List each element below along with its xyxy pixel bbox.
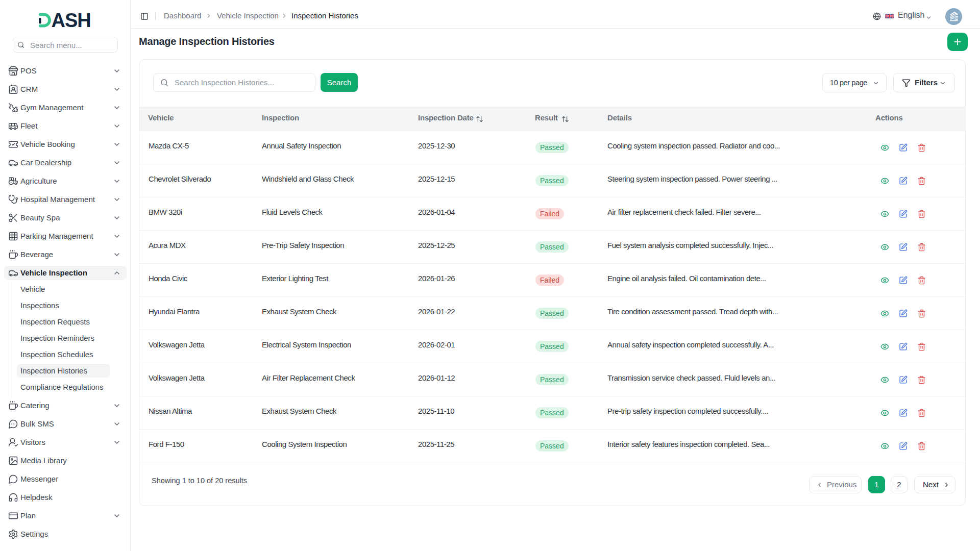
svg-text:ASH: ASH xyxy=(52,12,91,30)
